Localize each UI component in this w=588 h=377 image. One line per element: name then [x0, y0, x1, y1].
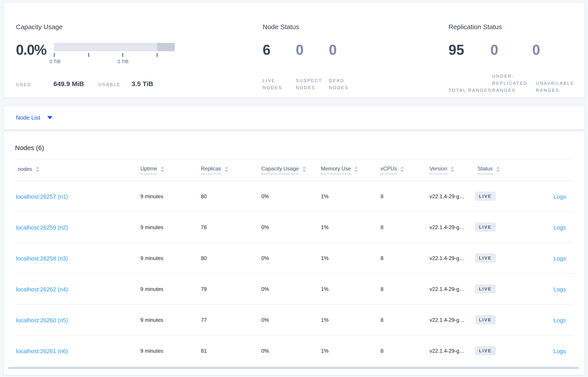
node-link[interactable]: localhost:26257 (n1)	[16, 193, 68, 200]
sort-icon	[161, 166, 164, 172]
suspect-nodes-count: 0	[296, 43, 329, 57]
nodes-table-header: nodes Uptime Replicas Capacity Usage Mem…	[15, 160, 573, 181]
table-row: localhost:26260 (n5) 9 minutes 77 0% 1% …	[15, 305, 573, 335]
unavailable-ranges-count: 0	[532, 43, 581, 57]
status-badge: LIVE	[475, 253, 495, 263]
nodes-table-card: Nodes (6) nodes Uptime Replicas Capacity…	[3, 131, 585, 375]
nodes-table-title: Nodes (6)	[15, 131, 573, 151]
version-cell: v22.1.4-29-g…	[430, 317, 478, 323]
cluster-overview-page: Capacity Usage 0.0% 0 TiB 2 TiB	[0, 0, 588, 377]
vcpus-cell: 8	[380, 348, 430, 354]
usable-value: 3.5 TiB	[131, 80, 153, 87]
sort-icon	[225, 166, 228, 172]
logs-link[interactable]: Logs	[553, 317, 566, 323]
uptime-cell: 9 minutes	[140, 317, 201, 323]
sort-icon	[354, 166, 358, 172]
capacity-usage-cell: 0%	[261, 193, 321, 199]
horizontal-scrollbar[interactable]	[8, 367, 579, 369]
replicas-cell: 80	[201, 255, 261, 261]
node-link[interactable]: localhost:26260 (n5)	[16, 317, 68, 323]
capacity-usage-title: Capacity Usage	[16, 24, 254, 30]
uptime-cell: 9 minutes	[140, 255, 201, 261]
logs-link[interactable]: Logs	[553, 286, 566, 293]
used-value: 649.9 MiB	[53, 80, 98, 87]
column-header-memory-use[interactable]: Memory Use	[321, 166, 380, 174]
sort-icon	[496, 166, 500, 172]
dead-nodes-label: DEAD NODES	[329, 77, 362, 91]
logs-link[interactable]: Logs	[553, 255, 566, 261]
version-cell: v22.1.4-29-g…	[430, 286, 478, 292]
unavailable-ranges-label: UNAVAILABLE RANGES	[536, 80, 587, 94]
table-row: localhost:26259 (n2) 9 minutes 78 0% 1% …	[15, 212, 573, 243]
dead-nodes-count: 0	[329, 43, 362, 57]
node-link[interactable]: localhost:26258 (n3)	[16, 255, 68, 261]
column-header-status[interactable]: Status	[478, 166, 525, 174]
axis-tick	[88, 53, 89, 57]
vcpus-cell: 8	[380, 317, 430, 323]
sort-icon	[451, 166, 454, 172]
node-link[interactable]: localhost:26259 (n2)	[16, 224, 68, 231]
replication-status-title: Replication Status	[448, 24, 581, 30]
node-status-section: Node Status 6 0 0 LIVE NODES SUSPECT NOD…	[263, 24, 439, 57]
vcpus-cell: 8	[380, 286, 430, 292]
memory-use-cell: 1%	[321, 348, 380, 354]
memory-use-cell: 1%	[321, 286, 380, 292]
capacity-usage-cell: 0%	[261, 224, 321, 230]
uptime-cell: 9 minutes	[140, 286, 201, 292]
capacity-usage-section: Capacity Usage 0.0% 0 TiB 2 TiB	[16, 24, 254, 57]
table-row: localhost:26262 (n4) 9 minutes 79 0% 1% …	[15, 274, 573, 305]
replicas-cell: 78	[201, 224, 261, 230]
memory-use-cell: 1%	[321, 193, 380, 199]
node-list-dropdown[interactable]: Node List	[16, 114, 53, 121]
version-cell: v22.1.4-29-g…	[430, 224, 478, 230]
capacity-usage-cell: 0%	[261, 317, 321, 323]
column-header-vcpus[interactable]: vCPUs	[380, 166, 430, 174]
sort-icon	[35, 166, 39, 172]
table-row: localhost:26258 (n3) 9 minutes 80 0% 1% …	[15, 243, 573, 274]
replicas-cell: 77	[201, 317, 261, 323]
suspect-nodes-label: SUSPECT NODES	[296, 77, 329, 91]
capacity-used-percent: 0.0%	[16, 43, 54, 57]
cluster-summary-card: Capacity Usage 0.0% 0 TiB 2 TiB	[3, 2, 585, 98]
node-link[interactable]: localhost:26261 (n6)	[16, 348, 68, 354]
uptime-cell: 9 minutes	[140, 193, 201, 199]
vcpus-cell: 8	[380, 224, 430, 230]
node-status-title: Node Status	[263, 24, 439, 30]
column-header-version[interactable]: Version	[430, 166, 478, 174]
node-link[interactable]: localhost:26262 (n4)	[16, 286, 68, 293]
status-badge: LIVE	[475, 192, 495, 201]
version-cell: v22.1.4-29-g…	[430, 348, 478, 354]
total-ranges-label: TOTAL RANGES	[448, 87, 492, 94]
logs-link[interactable]: Logs	[553, 224, 566, 231]
column-header-replicas[interactable]: Replicas	[201, 166, 261, 174]
used-label: USED	[16, 82, 53, 87]
total-ranges-count: 95	[448, 43, 490, 57]
column-header-uptime[interactable]: Uptime	[140, 166, 201, 174]
capacity-usage-cell: 0%	[261, 286, 321, 292]
axis-tick	[122, 53, 123, 57]
memory-use-cell: 1%	[321, 224, 380, 230]
memory-use-cell: 1%	[321, 317, 380, 323]
live-nodes-label: LIVE NODES	[263, 77, 296, 91]
replicas-cell: 79	[201, 286, 261, 292]
status-badge: LIVE	[475, 223, 495, 232]
replicas-cell: 81	[201, 348, 261, 354]
under-replicated-ranges-label: UNDER-REPLICATED RANGES	[492, 73, 536, 94]
logs-link[interactable]: Logs	[553, 348, 566, 354]
status-badge: LIVE	[475, 346, 495, 355]
axis-tick-label: 0 TiB	[49, 59, 60, 64]
node-list-dropdown-label: Node List	[16, 114, 40, 121]
replicas-cell: 80	[201, 193, 261, 199]
chevron-down-icon	[47, 116, 53, 119]
axis-tick-label: 2 TiB	[118, 59, 129, 64]
column-header-nodes[interactable]: nodes	[15, 166, 140, 174]
logs-link[interactable]: Logs	[553, 193, 566, 200]
capacity-usage-cell: 0%	[261, 348, 321, 354]
axis-tick	[54, 53, 55, 57]
capacity-usage-bar: 0 TiB 2 TiB	[54, 43, 175, 51]
column-header-capacity-usage[interactable]: Capacity Usage	[261, 166, 321, 174]
sort-icon	[400, 166, 404, 172]
under-replicated-ranges-count: 0	[490, 43, 532, 57]
usable-label: USABLE	[98, 82, 131, 87]
uptime-cell: 9 minutes	[140, 348, 201, 354]
